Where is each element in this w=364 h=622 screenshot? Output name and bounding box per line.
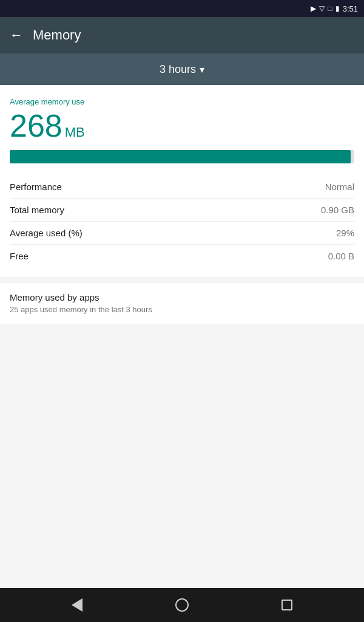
stat-label: Average used (%) xyxy=(10,228,83,238)
battery-icon: ▮ xyxy=(335,4,340,13)
apps-section-title: Memory used by apps xyxy=(10,292,354,302)
stat-label: Total memory xyxy=(10,205,64,215)
time-selector-label: 3 hours xyxy=(160,63,196,76)
nav-back-button[interactable] xyxy=(64,592,90,618)
memory-value: 268 MB xyxy=(10,110,354,142)
stat-value: 0.00 B xyxy=(328,251,354,261)
stat-label: Free xyxy=(10,251,29,261)
app-bar: ← Memory xyxy=(0,17,364,53)
table-row: Average used (%)29% xyxy=(10,222,354,245)
nav-home-button[interactable] xyxy=(169,592,195,618)
status-time: 3:51 xyxy=(343,4,358,13)
time-selector-dropdown[interactable]: 3 hours ▾ xyxy=(160,63,204,76)
memory-unit: MB xyxy=(65,125,85,140)
apps-section: Memory used by apps 25 apps used memory … xyxy=(0,282,364,324)
nav-bar xyxy=(0,588,364,622)
signal-icon: □ xyxy=(328,4,332,13)
table-row: Free0.00 B xyxy=(10,245,354,267)
stat-value: 29% xyxy=(336,228,354,238)
wifi-icon: ▽ xyxy=(319,4,325,13)
recent-square-icon xyxy=(281,600,292,610)
stat-label: Performance xyxy=(10,182,62,192)
page-title: Memory xyxy=(33,27,81,43)
main-content: Average memory use 268 MB PerformanceNor… xyxy=(0,85,364,588)
apps-section-subtitle: 25 apps used memory in the last 3 hours xyxy=(10,305,354,314)
memory-number: 268 xyxy=(10,110,62,142)
status-icons: ▶ ▽ □ ▮ 3:51 xyxy=(311,4,358,13)
stat-value: Normal xyxy=(325,182,354,192)
status-bar: ▶ ▽ □ ▮ 3:51 xyxy=(0,0,364,17)
table-row: PerformanceNormal xyxy=(10,176,354,199)
time-selector-bar: 3 hours ▾ xyxy=(0,53,364,85)
home-circle-icon xyxy=(175,598,189,612)
table-row: Total memory0.90 GB xyxy=(10,199,354,222)
back-triangle-icon xyxy=(72,598,83,612)
nav-recent-button[interactable] xyxy=(274,592,300,618)
memory-section: Average memory use 268 MB PerformanceNor… xyxy=(0,85,364,277)
memory-progress-fill xyxy=(10,150,351,163)
stat-value: 0.90 GB xyxy=(321,205,354,215)
bluetooth-icon: ▶ xyxy=(311,4,316,13)
memory-progress-bar xyxy=(10,150,354,163)
stats-table: PerformanceNormalTotal memory0.90 GBAver… xyxy=(10,176,354,267)
avg-memory-label: Average memory use xyxy=(10,97,354,106)
back-button[interactable]: ← xyxy=(10,27,23,43)
chevron-down-icon: ▾ xyxy=(200,64,204,75)
